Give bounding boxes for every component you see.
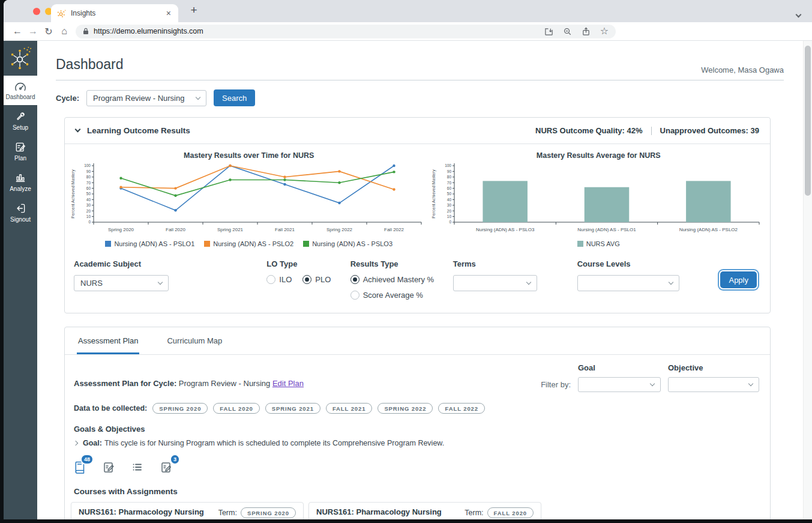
terms-select[interactable] <box>453 275 537 291</box>
course-levels-select[interactable] <box>577 275 679 291</box>
term-pill: SPRING 2020 <box>152 403 208 414</box>
term-pill: FALL 2021 <box>326 403 372 414</box>
scrollbar-thumb[interactable] <box>805 46 811 196</box>
radio-plo[interactable]: PLO <box>302 275 331 284</box>
goal-filter-select[interactable] <box>578 377 661 392</box>
radio-achieved-mastery[interactable]: Achieved Mastery % <box>350 275 453 284</box>
cycle-bar: Cycle: Program Review - Nursing Search <box>56 89 784 106</box>
svg-text:Percent Achieved Mastery: Percent Achieved Mastery <box>432 169 436 219</box>
wrench-icon <box>14 110 26 122</box>
edit-document-icon[interactable] <box>103 458 117 474</box>
close-window-button[interactable] <box>33 8 40 15</box>
browser-window: Insights × + ← → ↻ ⌂ https://demo.elumen… <box>4 0 812 519</box>
line-chart: 0102030405060708090100Spring 2020Fall 20… <box>68 160 429 237</box>
tab-strip: Insights × + <box>4 0 812 22</box>
chevron-down-icon <box>748 381 753 386</box>
svg-text:50: 50 <box>447 192 452 196</box>
share-icon[interactable] <box>582 27 591 36</box>
tab-close-icon[interactable]: × <box>165 8 172 18</box>
svg-text:30: 30 <box>86 203 91 207</box>
term-pill: FALL 2020 <box>213 403 259 414</box>
page-scrollbar[interactable] <box>803 41 812 519</box>
edit-plan-link[interactable]: Edit Plan <box>272 379 304 388</box>
home-button[interactable]: ⌂ <box>56 26 72 37</box>
sidebar-item-analyze[interactable]: Analyze <box>4 166 37 197</box>
legend-label: Nursing (ADN) AS - PSLO1 <box>114 240 194 247</box>
chart-filters: Academic Subject NURS LO Type ILO PLO <box>65 251 770 313</box>
svg-text:40: 40 <box>86 198 91 202</box>
cycle-label: Cycle: <box>56 94 79 103</box>
sidebar-item-setup[interactable]: Setup <box>4 105 37 136</box>
objective-filter-label: Objective <box>668 363 759 372</box>
svg-text:90: 90 <box>86 169 91 174</box>
radio-icon <box>350 275 359 284</box>
back-button[interactable]: ← <box>10 26 25 37</box>
rubric-edit-icon[interactable]: 3 <box>160 458 175 474</box>
academic-subject-select[interactable]: NURS <box>74 275 169 291</box>
zoom-icon[interactable] <box>563 27 572 36</box>
plan-for-cycle-label: Assessment Plan for Cycle: <box>74 379 176 388</box>
svg-text:50: 50 <box>86 192 91 196</box>
svg-text:60: 60 <box>447 186 452 190</box>
goal-objective-filter: Goal Objective Filter by: <box>541 363 759 392</box>
reload-button[interactable]: ↻ <box>41 26 56 37</box>
browser-tab[interactable]: Insights × <box>51 4 178 22</box>
new-tab-button[interactable]: + <box>187 4 201 17</box>
line-chart-legend: Nursing (ADN) AS - PSLO1 Nursing (ADN) A… <box>68 240 429 247</box>
bar-chart-title: Mastery Results Average for NURS <box>429 151 768 160</box>
forward-button[interactable]: → <box>25 26 41 37</box>
chevron-down-icon <box>158 280 163 285</box>
search-button[interactable]: Search <box>214 89 255 106</box>
svg-text:Spring 2022: Spring 2022 <box>326 227 353 232</box>
chevron-down-icon <box>650 381 655 386</box>
assignment-count: 2 Assignments <box>79 518 204 519</box>
outcome-quality-value: 42% <box>627 126 643 135</box>
data-collected-label: Data to be collected: <box>74 404 147 413</box>
legend-label: Nursing (ADN) AS - PSLO3 <box>312 240 392 247</box>
svg-text:10: 10 <box>86 214 91 219</box>
radio-label: ILO <box>279 275 292 284</box>
expand-chevron-icon[interactable] <box>73 441 78 446</box>
assessment-plan-panel: Assessment Plan Curriculum Map Assessmen… <box>64 327 771 519</box>
sidebar-item-label: Analyze <box>10 186 31 192</box>
courses-heading: Courses with Assignments <box>65 474 770 496</box>
legend-swatch <box>204 241 210 247</box>
cycle-select-value: Program Review - Nursing <box>93 94 184 103</box>
window-chevron-down-icon[interactable] <box>796 8 802 14</box>
list-icon[interactable] <box>131 458 146 474</box>
svg-text:10: 10 <box>447 214 452 219</box>
bookmark-star-icon[interactable]: ☆ <box>600 26 609 36</box>
objective-filter-select[interactable] <box>668 377 759 392</box>
radio-score-average[interactable]: Score Average % <box>350 291 453 300</box>
apply-button[interactable]: Apply <box>720 271 757 288</box>
radio-label: PLO <box>315 275 331 284</box>
svg-text:Percent Achieved Mastery: Percent Achieved Mastery <box>71 169 76 219</box>
svg-text:Nursing (ADN) AS - PSLO1: Nursing (ADN) AS - PSLO1 <box>578 227 637 232</box>
tab-assessment-plan[interactable]: Assessment Plan <box>77 327 139 354</box>
page-header: Dashboard Welcome, Masa Ogawa <box>56 41 784 80</box>
elumen-logo[interactable] <box>4 41 37 76</box>
svg-text:0: 0 <box>88 220 91 224</box>
count-badge: 48 <box>80 454 94 465</box>
svg-text:20: 20 <box>86 209 91 213</box>
sidebar-item-plan[interactable]: Plan <box>4 136 37 166</box>
course-title: NURS161: Pharmacology Nursing <box>316 507 442 516</box>
svg-text:Fall 2021: Fall 2021 <box>275 227 295 232</box>
course-book-icon[interactable]: 48 <box>74 458 88 474</box>
sidebar-item-signout[interactable]: Signout <box>4 197 37 228</box>
radio-ilo[interactable]: ILO <box>266 275 292 284</box>
svg-text:70: 70 <box>447 181 452 185</box>
course-cards: NURS161: Pharmacology Nursing 2 Assignme… <box>65 496 770 519</box>
address-bar[interactable]: https://demo.elumeninsights.com ☆ <box>76 25 616 38</box>
save-page-icon[interactable] <box>544 27 553 36</box>
cycle-select[interactable]: Program Review - Nursing <box>86 90 206 106</box>
terms-label: Terms <box>453 259 577 268</box>
gauge-icon <box>14 81 27 92</box>
legend-swatch <box>577 241 583 247</box>
collapse-chevron-icon[interactable] <box>75 127 81 133</box>
sidebar-item-dashboard[interactable]: Dashboard <box>4 76 37 105</box>
sidebar-item-label: Dashboard <box>6 94 35 100</box>
svg-text:100: 100 <box>445 163 452 168</box>
tab-curriculum-map[interactable]: Curriculum Map <box>166 327 223 354</box>
svg-text:Nursing (ADN) AS - PSLO3: Nursing (ADN) AS - PSLO3 <box>476 227 535 232</box>
